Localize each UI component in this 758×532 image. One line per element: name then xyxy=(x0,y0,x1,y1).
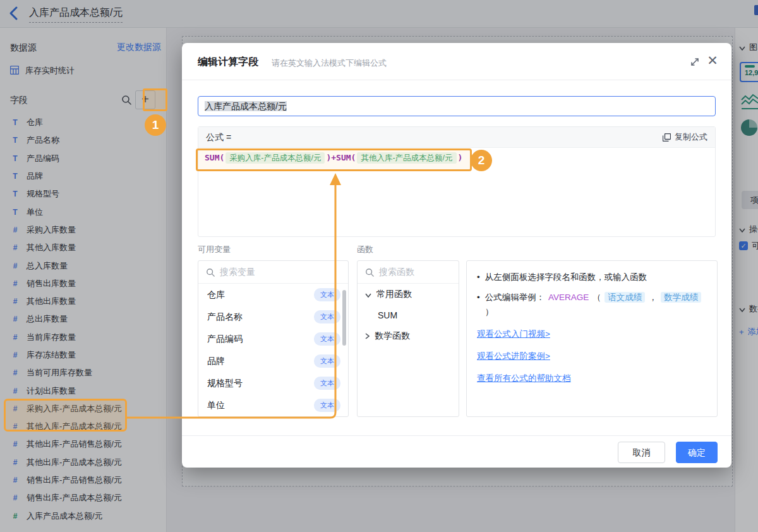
variables-panel: 搜索变量 仓库文本产品名称文本产品编码文本品牌文本规格型号文本单位文本 xyxy=(198,260,349,417)
field-name-value: 入库产品成本总额/元 xyxy=(205,101,287,111)
chevron-right-icon xyxy=(365,331,370,341)
type-badge: 文本 xyxy=(314,288,340,301)
function-group-label: 常用函数 xyxy=(376,289,412,300)
help-links: 观看公式入门视频>观看公式进阶案例>查看所有公式的帮助文档 xyxy=(477,327,707,385)
bullet-dot: • xyxy=(477,270,480,284)
type-badge: 文本 xyxy=(314,377,340,390)
search-icon xyxy=(365,268,374,277)
function-tree: 常用函数SUM数学函数 xyxy=(358,284,459,347)
variable-name: 产品编码 xyxy=(207,334,314,345)
functions-title: 函数 xyxy=(357,244,373,255)
variable-item[interactable]: 单位文本 xyxy=(198,394,348,416)
type-badge: 文本 xyxy=(314,332,340,346)
dialog-footer: 取消 确定 xyxy=(182,435,731,468)
variable-item[interactable]: 产品编码文本 xyxy=(198,328,348,350)
annotation-badge-1: 1 xyxy=(145,114,166,136)
example-field-1: 语文成绩 xyxy=(605,292,645,303)
help-bullet-2: • 公式编辑举例： AVERAGE （ 语文成绩 ， 数学成绩 ） xyxy=(477,290,707,319)
annotation-box-formula xyxy=(196,148,472,171)
copy-icon xyxy=(663,133,671,142)
type-badge: 文本 xyxy=(314,399,340,412)
confirm-button[interactable]: 确定 xyxy=(676,442,718,463)
dialog-header: 编辑计算字段 请在英文输入法模式下编辑公式 ✕ xyxy=(182,43,731,80)
bullet-dot: • xyxy=(477,290,480,319)
variable-name: 品牌 xyxy=(207,356,314,367)
variables-title: 可用变量 xyxy=(198,244,231,255)
help-link[interactable]: 观看公式入门视频> xyxy=(477,327,707,341)
field-name-input[interactable]: 入库产品成本总额/元 xyxy=(198,96,716,116)
function-search-input[interactable]: 搜索函数 xyxy=(358,261,459,284)
search-icon xyxy=(206,268,215,277)
app-screen: 入库产品成本总额/元 数据源 更改数据源 库存实时统计 字段 + T仓库T产品名… xyxy=(0,0,758,532)
variable-name: 单位 xyxy=(207,400,314,411)
edit-calc-field-dialog: 编辑计算字段 请在英文输入法模式下编辑公式 ✕ 入库产品成本总额/元 公式 = … xyxy=(182,43,731,468)
variable-name: 规格型号 xyxy=(207,378,314,389)
variable-list: 仓库文本产品名称文本产品编码文本品牌文本规格型号文本单位文本 xyxy=(198,284,348,416)
expand-icon[interactable] xyxy=(689,56,701,68)
type-badge: 文本 xyxy=(314,310,340,323)
function-group-label: 数学函数 xyxy=(375,330,410,342)
scrollbar-thumb[interactable] xyxy=(342,290,346,346)
variable-item[interactable]: 仓库文本 xyxy=(198,284,348,306)
annotation-box-add-button xyxy=(143,88,167,111)
function-group[interactable]: 常用函数 xyxy=(358,284,459,305)
help-bullet-1: • 从左侧面板选择字段名和函数，或输入函数 xyxy=(477,270,707,284)
help-panel: • 从左侧面板选择字段名和函数，或输入函数 • 公式编辑举例： AVERAGE … xyxy=(466,260,718,417)
variable-name: 产品名称 xyxy=(207,311,314,323)
variable-item[interactable]: 规格型号文本 xyxy=(198,372,348,394)
formula-editor: 公式 = 复制公式 SUM(采购入库-产品成本总额/元)+SUM(其他入库-产品… xyxy=(198,126,716,237)
variable-item[interactable]: 品牌文本 xyxy=(198,350,348,372)
dialog-subtitle: 请在英文输入法模式下编辑公式 xyxy=(272,57,387,69)
annotation-badge-2: 2 xyxy=(471,150,492,171)
chevron-down-icon xyxy=(365,289,371,299)
variable-name: 仓库 xyxy=(207,289,314,301)
close-icon[interactable]: ✕ xyxy=(706,54,719,68)
dialog-title: 编辑计算字段 xyxy=(198,56,258,69)
copy-formula-button[interactable]: 复制公式 xyxy=(663,131,707,143)
formula-label: 公式 = xyxy=(206,132,231,143)
function-item[interactable]: SUM xyxy=(358,305,459,325)
help-link[interactable]: 观看公式进阶案例> xyxy=(477,349,707,363)
functions-panel: 搜索函数 常用函数SUM数学函数 xyxy=(357,260,459,417)
example-field-2: 数学成绩 xyxy=(661,292,701,303)
function-group[interactable]: 数学函数 xyxy=(358,325,459,347)
annotation-box-source-fields xyxy=(4,399,127,432)
type-badge: 文本 xyxy=(314,354,340,368)
formula-header: 公式 = 复制公式 xyxy=(198,127,715,148)
example-function: AVERAGE xyxy=(548,293,589,302)
variable-item[interactable]: 产品名称文本 xyxy=(198,306,348,328)
help-link[interactable]: 查看所有公式的帮助文档 xyxy=(477,371,707,385)
cancel-button[interactable]: 取消 xyxy=(618,442,665,463)
variable-search-input[interactable]: 搜索变量 xyxy=(198,261,348,284)
